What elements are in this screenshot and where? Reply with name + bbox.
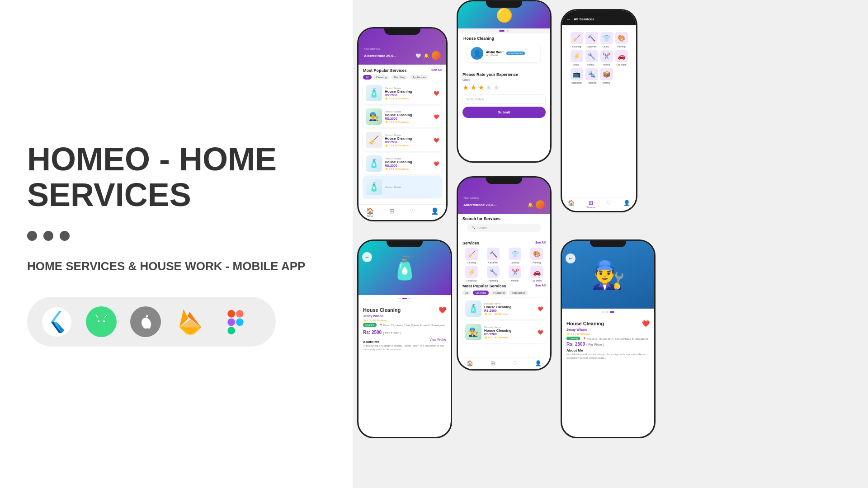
s-painting[interactable]: 🎨 Painting: [527, 248, 547, 264]
svg-point-0: [42, 307, 71, 337]
star-4[interactable]: ★: [486, 83, 492, 92]
s-cleaning-icon: 🧹: [465, 248, 478, 260]
pop-card-1[interactable]: 🧴 Person Name House Cleaning RS:2500 ⭐ 4…: [462, 298, 546, 319]
grid-electrician[interactable]: ⚡ Electri...: [570, 50, 583, 66]
right-location: 📍 Direct 15, House 15-A, Bahria Phase 8,…: [583, 337, 648, 340]
grid-laundry[interactable]: 👕 Laund...: [600, 32, 613, 48]
bell-icon: 🔔: [424, 53, 429, 58]
nav-person-3[interactable]: 👤: [623, 200, 630, 209]
search-placeholder: Search: [477, 226, 487, 230]
nav-grid[interactable]: ⊞: [389, 207, 395, 217]
submit-button[interactable]: Submit: [462, 107, 546, 118]
grid-carpenter[interactable]: 🔨 Carpenter: [585, 32, 598, 48]
s-laundry[interactable]: 👕 Laundry: [505, 248, 525, 264]
s-plumbing-icon: 🔧: [487, 266, 500, 278]
nav-services-3[interactable]: ⊞Services: [586, 200, 595, 209]
filter-appliances[interactable]: Appliances: [410, 75, 428, 80]
grid-painting[interactable]: 🎨 Painting: [615, 32, 628, 48]
right-rating: ⭐ 4.5 | 40 Reviews: [566, 332, 650, 335]
filter-cleaning[interactable]: Cleaning: [373, 75, 390, 80]
right-heart[interactable]: ❤️: [642, 320, 650, 327]
heart-icon: 🤍: [415, 53, 421, 58]
s-cleaning[interactable]: 🧹 Cleaning: [462, 248, 481, 264]
appliances-label2: Appliances: [571, 81, 582, 84]
stars-row[interactable]: ★ ★ ★ ★ ★: [462, 83, 546, 92]
pop-all[interactable]: All: [462, 291, 471, 295]
services-section: Services See All: [462, 241, 546, 245]
nav-person-5[interactable]: 👤: [535, 360, 542, 366]
search-input[interactable]: 🔍 Search: [467, 224, 541, 232]
star-2[interactable]: ★: [470, 83, 476, 92]
heart-btn-1[interactable]: ❤️: [434, 91, 439, 96]
grid-cleaning[interactable]: 🧹 Cleaning: [570, 32, 583, 48]
filter-plumbing[interactable]: Plumbing: [391, 75, 408, 80]
filter-all[interactable]: All: [363, 75, 372, 80]
svg-point-6: [103, 320, 105, 322]
nav-home-5[interactable]: 🏠: [467, 360, 473, 366]
phone-all-services: ← All Services 🧹 Cleaning 🔨 Carpenter 👕: [561, 9, 637, 212]
nav-heart-5[interactable]: ♡: [513, 360, 518, 366]
pop-card-2[interactable]: 👨‍🔧 Person Name House Cleaning RS:2500 ⭐…: [462, 321, 546, 343]
star-1[interactable]: ★: [462, 83, 469, 92]
search-icon: 🔍: [472, 226, 476, 230]
s-plumbing[interactable]: 🔧 Plumbing: [483, 266, 503, 282]
grid-appliances2[interactable]: 📺 Appliances: [570, 68, 583, 84]
phone-home-screen: Your address Albertstrabe 29,0... 🤍 🔔 Mo…: [359, 28, 446, 220]
service-card-2[interactable]: 👨‍🔧 Person Name House Cleaning RS:2500 ⭐…: [363, 106, 442, 127]
star-5[interactable]: ★: [493, 83, 500, 92]
nav-home-3[interactable]: 🏠: [568, 200, 575, 209]
pop-cleaning[interactable]: Cleaning: [473, 291, 489, 295]
pop-heart-2[interactable]: ❤️: [538, 330, 543, 335]
search-services-grid: 🧹 Cleaning 🔨 Carpenter 👕 Laundry 🎨 Paint…: [462, 248, 547, 282]
notch-3: [581, 10, 617, 17]
review-input[interactable]: Write review: [462, 94, 546, 104]
nav-grid-5[interactable]: ⊞: [491, 360, 495, 366]
nav-heart[interactable]: ♡: [410, 207, 415, 217]
dot-r-a: [602, 311, 604, 313]
back-btn[interactable]: ←: [362, 252, 372, 262]
service-card-1[interactable]: 🧴 Person Name House Cleaning RS:2500 ⭐ 4…: [363, 82, 442, 104]
android-badge: [86, 306, 117, 337]
notch-6: [590, 241, 626, 247]
phone-all-services-screen: ← All Services 🧹 Cleaning 🔨 Carpenter 👕: [562, 10, 636, 211]
grid-carwash[interactable]: 🚗 Car Wash: [615, 50, 628, 66]
s-carpenter-icon: 🔨: [487, 248, 500, 260]
grid-parlour[interactable]: ✂️ Parlour: [600, 50, 613, 66]
s-carpenter[interactable]: 🔨 Carpenter: [483, 248, 503, 264]
detail-image: ← 🧴: [359, 241, 451, 295]
view-profile[interactable]: View Profile: [429, 338, 446, 344]
service-card-4[interactable]: 🧴 Person Name House Cleaning RS:2500 ⭐ 4…: [363, 153, 442, 174]
pop-img-1: 🧴: [465, 300, 481, 317]
svg-rect-14: [227, 318, 235, 326]
back-icon[interactable]: ←: [566, 17, 571, 22]
pop-appliances[interactable]: Appliances: [509, 291, 528, 295]
detail-right-back[interactable]: ←: [566, 253, 576, 263]
svg-point-16: [236, 318, 244, 326]
svg-line-7: [96, 315, 98, 317]
grid-shifting[interactable]: 📦 Shifting: [600, 68, 613, 84]
rate-section: Please Rate your Experience Good ★ ★ ★ ★…: [462, 72, 546, 118]
s-electrician[interactable]: ⚡ Electrician: [462, 266, 481, 282]
service-card-3[interactable]: 🧹 Person Name House Cleaning RS:2500 ⭐ 4…: [363, 129, 442, 151]
nav-person[interactable]: 👤: [431, 207, 439, 217]
grid-repairing[interactable]: 🔩 Repairing: [585, 68, 598, 84]
detail-heart[interactable]: ❤️: [439, 306, 446, 314]
pop-heart-1[interactable]: ❤️: [538, 306, 543, 311]
right-panel: Your address Albertstrabe 29,0... 🤍 🔔 Mo…: [353, 0, 868, 488]
heart-btn-2[interactable]: ❤️: [434, 114, 439, 119]
pop-plumbing[interactable]: Plumbing: [491, 291, 507, 295]
carwash-icon: 🚗: [615, 50, 628, 62]
grid-plumbing2[interactable]: 🔧 Plumb...: [585, 50, 598, 66]
nav-home[interactable]: 🏠Home: [366, 207, 374, 217]
search-for-label: Search for Services: [462, 216, 546, 221]
dot-r-b: [606, 311, 609, 313]
service-card-5[interactable]: 🧴 Person Name: [363, 176, 442, 198]
heart-btn-4[interactable]: ❤️: [434, 161, 439, 166]
job-avatar: 👤: [471, 47, 483, 60]
heart-btn-3[interactable]: ❤️: [434, 138, 439, 143]
right-cleaning-badge: Cleaning: [566, 337, 580, 340]
nav-heart-3[interactable]: ♡: [607, 200, 612, 209]
s-parlour[interactable]: ✂️ Parlour: [505, 266, 525, 282]
star-3[interactable]: ★: [478, 83, 484, 92]
s-carwash[interactable]: 🚗 Car Wash: [527, 266, 547, 282]
